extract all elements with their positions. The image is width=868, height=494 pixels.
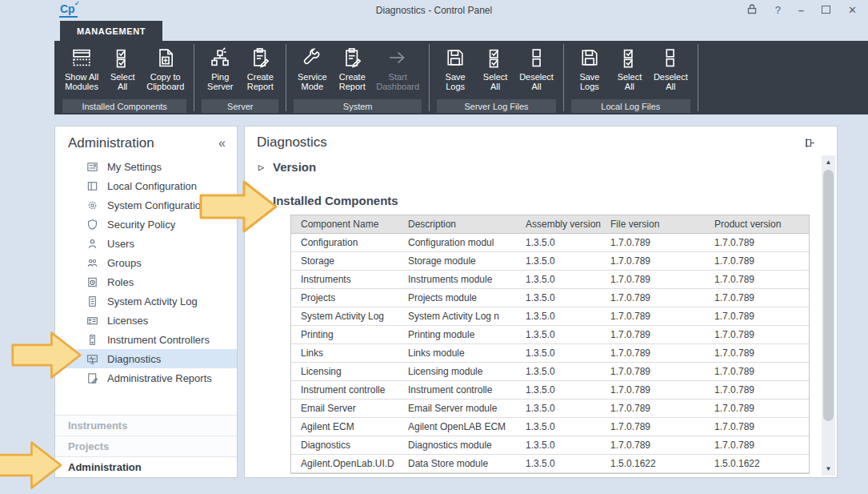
select-all-local-logs-button[interactable]: SelectAll	[610, 41, 650, 91]
start-dashboard-button[interactable]: StartDashboard	[372, 41, 423, 91]
column-header-file-version[interactable]: File version	[601, 215, 705, 233]
sidebar-item-security-policy[interactable]: Security Policy	[55, 215, 237, 234]
sidebar-item-roles[interactable]: Roles	[55, 272, 237, 291]
column-header-description[interactable]: Description	[398, 215, 516, 233]
table-row[interactable]: Agilent ECM Agilent OpenLAB ECM 1.3.5.0 …	[291, 418, 809, 436]
sidebar-item-users[interactable]: Users	[55, 234, 237, 253]
section-header-installed-components[interactable]: ◢ Installed Components	[258, 194, 398, 207]
save-logs-icon	[578, 46, 601, 69]
collapsed-triangle-icon: ▷	[258, 163, 266, 171]
sidebar-item-administrative-reports[interactable]: Administrative Reports	[55, 368, 237, 388]
deselect-all-local-logs-button[interactable]: DeselectAll	[650, 41, 692, 91]
page-title: Diagnostics	[257, 135, 327, 151]
gear-icon	[86, 199, 98, 211]
ribbon-group-label: Installed Components	[62, 99, 186, 113]
save-server-logs-button[interactable]: SaveLogs	[435, 41, 475, 91]
sidebar-item-licenses[interactable]: Licenses	[55, 311, 237, 330]
cell-description: Printing module	[398, 326, 516, 343]
lock-icon[interactable]	[746, 3, 758, 18]
section-header-version[interactable]: ▷ Version	[258, 160, 316, 174]
section-administration[interactable]: Administration	[55, 456, 237, 477]
cell-product-version: 1.7.0.789	[705, 289, 810, 307]
column-header-assembly-version[interactable]: Assembly version	[516, 215, 601, 233]
cell-assembly-version: 1.3.5.0	[516, 252, 601, 270]
shield-icon	[86, 219, 98, 231]
cell-assembly-version: 1.3.5.0	[516, 455, 601, 472]
ribbon-group-server-log-files: SaveLogs SelectAll DeselectAll Server Lo…	[431, 41, 562, 114]
cell-component-name: Instrument controlle	[291, 381, 398, 399]
vertical-scrollbar[interactable]: ▲ ▼	[822, 155, 835, 476]
cell-component-name: Storage	[291, 252, 398, 270]
cell-assembly-version: 1.3.5.0	[516, 363, 601, 380]
scrollbar-thumb[interactable]	[823, 170, 834, 421]
sidebar-item-groups[interactable]: Groups	[55, 253, 237, 272]
create-system-report-button[interactable]: CreateReport	[332, 41, 372, 91]
cell-assembly-version: 1.3.5.0	[516, 326, 601, 343]
collapse-sidebar-icon[interactable]: «	[218, 136, 226, 151]
section-instruments[interactable]: Instruments	[55, 415, 237, 436]
sidebar-item-diagnostics[interactable]: Diagnostics	[55, 349, 237, 368]
cell-component-name: Agilent.OpenLab.UI.D	[291, 455, 398, 472]
select-all-server-logs-button[interactable]: SelectAll	[475, 41, 515, 91]
tab-management[interactable]: MANAGEMENT	[60, 21, 162, 41]
table-row[interactable]: Storage Storage module 1.3.5.0 1.7.0.789…	[291, 252, 809, 271]
close-button[interactable]: ✕	[848, 4, 857, 17]
sidebar-item-system-activity-log[interactable]: System Activity Log	[55, 291, 237, 311]
license-card-icon	[86, 315, 98, 327]
cell-product-version: 1.7.0.789	[705, 234, 810, 251]
user-icon	[86, 238, 98, 250]
column-header-product-version[interactable]: Product version	[705, 215, 810, 233]
service-mode-button[interactable]: ServiceMode	[292, 41, 332, 91]
table-row[interactable]: Printing Printing module 1.3.5.0 1.7.0.7…	[291, 326, 809, 344]
table-row[interactable]: Configuration Configuration modul 1.3.5.…	[291, 234, 809, 252]
scroll-down-icon[interactable]: ▼	[822, 465, 835, 472]
cell-description: Instruments module	[398, 271, 516, 288]
select-all-components-button[interactable]: SelectAll	[102, 41, 142, 91]
help-button[interactable]: ?	[775, 4, 781, 17]
instrument-controller-icon	[86, 334, 98, 346]
ping-server-button[interactable]: PingServer	[200, 41, 240, 91]
section-projects[interactable]: Projects	[55, 436, 237, 456]
sidebar-item-local-configuration[interactable]: Local Configuration	[55, 176, 237, 195]
cell-file-version: 1.7.0.789	[601, 363, 705, 380]
table-row[interactable]: Agilent.OpenLab.UI.D Data Store module 1…	[291, 455, 809, 473]
table-header-row: Component Name Description Assembly vers…	[291, 215, 809, 234]
cell-component-name: Projects	[291, 289, 398, 307]
cell-assembly-version: 1.3.5.0	[516, 436, 601, 454]
table-row[interactable]: System Activity Log System Activity Log …	[291, 307, 809, 326]
cell-file-version: 1.7.0.789	[601, 326, 705, 343]
table-row[interactable]: Projects Projects module 1.3.5.0 1.7.0.7…	[291, 289, 809, 307]
cell-product-version: 1.7.0.789	[705, 307, 810, 325]
deselect-all-server-logs-button[interactable]: DeselectAll	[515, 41, 558, 91]
pin-icon[interactable]	[804, 137, 816, 151]
copy-to-clipboard-button[interactable]: Copy toClipboard	[142, 41, 188, 91]
cell-assembly-version: 1.3.5.0	[516, 307, 601, 325]
cell-product-version: 1.7.0.789	[705, 418, 810, 436]
table-row[interactable]: Instrument controlle Instrument controll…	[291, 381, 809, 400]
sidebar-item-instrument-controllers[interactable]: Instrument Controllers	[55, 330, 237, 349]
table-row[interactable]: Diagnostics Diagnostics module 1.3.5.0 1…	[291, 436, 809, 455]
maximize-button[interactable]	[822, 4, 830, 17]
sidebar-item-system-configuration[interactable]: System Configuration	[55, 195, 237, 215]
cell-description: Agilent OpenLAB ECM	[398, 418, 516, 436]
cell-component-name: Instruments	[291, 271, 398, 288]
cell-product-version: 1.7.0.789	[705, 381, 810, 399]
table-row[interactable]: Links Links module 1.3.5.0 1.7.0.789 1.7…	[291, 344, 809, 363]
table-row[interactable]: Licensing Licensing module 1.3.5.0 1.7.0…	[291, 363, 809, 381]
minimize-button[interactable]: –	[798, 4, 804, 17]
cell-product-version: 1.7.0.789	[705, 252, 810, 270]
show-all-modules-button[interactable]: Show AllModules	[61, 41, 102, 91]
cell-file-version: 1.7.0.789	[601, 307, 705, 325]
table-body: Configuration Configuration modul 1.3.5.…	[291, 234, 809, 473]
scroll-up-icon[interactable]: ▲	[822, 159, 835, 166]
cell-description: Licensing module	[398, 363, 516, 380]
cell-file-version: 1.7.0.789	[601, 252, 705, 270]
save-local-logs-button[interactable]: SaveLogs	[570, 41, 610, 91]
create-report-icon	[341, 46, 363, 69]
create-server-report-button[interactable]: CreateReport	[240, 41, 280, 91]
column-header-component-name[interactable]: Component Name	[291, 215, 398, 233]
table-row[interactable]: Instruments Instruments module 1.3.5.0 1…	[291, 271, 809, 289]
ribbon-group-server: PingServer CreateReport Server	[196, 41, 284, 114]
sidebar-item-my-settings[interactable]: My Settings	[55, 157, 237, 176]
table-row[interactable]: Email Server Email Server module 1.3.5.0…	[291, 400, 809, 418]
